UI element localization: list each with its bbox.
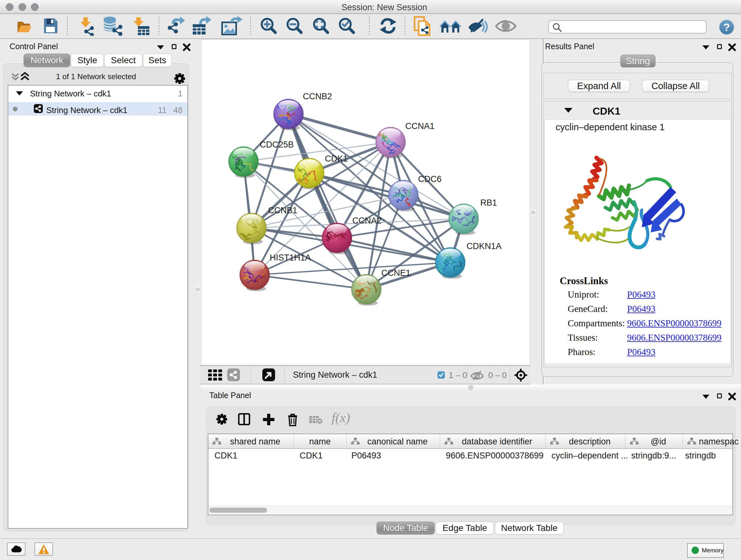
- svg-text:CDC25B: CDC25B: [260, 140, 294, 149]
- svg-text:CCNA2: CCNA2: [352, 216, 382, 226]
- svg-text:RB1: RB1: [480, 198, 497, 207]
- svg-text:CDC6: CDC6: [418, 174, 442, 184]
- svg-text:CCNB2: CCNB2: [303, 91, 332, 101]
- svg-text:CCNE1: CCNE1: [381, 268, 411, 278]
- svg-text:CDKN1A: CDKN1A: [467, 241, 502, 251]
- svg-text:CCNB1: CCNB1: [268, 206, 297, 215]
- svg-text:CDK1: CDK1: [325, 154, 348, 164]
- svg-text:CCNA1: CCNA1: [405, 121, 434, 131]
- svg-text:HIST1H1A: HIST1H1A: [270, 253, 311, 262]
